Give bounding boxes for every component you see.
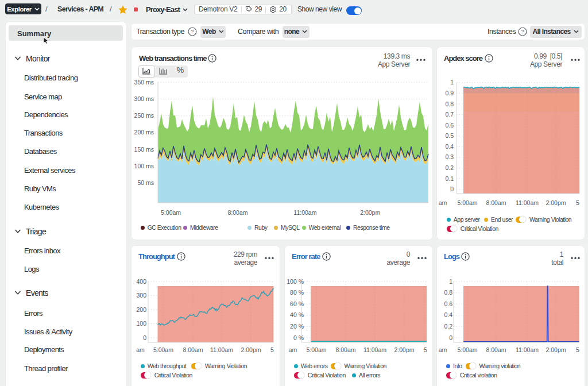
svg-text:11:00am: 11:00am xyxy=(516,346,539,353)
svg-text:0.3: 0.3 xyxy=(445,153,454,160)
svg-text:0.2: 0.2 xyxy=(444,323,452,330)
svg-text:2:00pm: 2:00pm xyxy=(394,346,414,353)
svg-text:11:00am: 11:00am xyxy=(363,346,386,353)
svg-text:0.9: 0.9 xyxy=(445,90,454,96)
svg-text:80 %: 80 % xyxy=(290,289,304,296)
svg-text:40 %: 40 % xyxy=(290,311,304,318)
svg-text:am: am xyxy=(439,346,447,353)
svg-text:11:00am: 11:00am xyxy=(293,209,316,216)
svg-text:2:00pm: 2:00pm xyxy=(360,209,380,216)
svg-text:am: am xyxy=(439,199,447,206)
svg-text:20 %: 20 % xyxy=(290,323,304,330)
svg-text:350 ms: 350 ms xyxy=(134,79,154,86)
svg-text:250 ms: 250 ms xyxy=(134,112,154,119)
svg-text:5:00am: 5:00am xyxy=(306,346,326,353)
svg-text:?: ? xyxy=(521,28,524,34)
svg-text:150 ms: 150 ms xyxy=(134,146,154,153)
svg-text:5: 5 xyxy=(576,199,579,206)
svg-text:60 %: 60 % xyxy=(290,300,304,307)
svg-text:400: 400 xyxy=(136,278,146,285)
svg-text:5: 5 xyxy=(576,346,579,353)
svg-text:300: 300 xyxy=(136,292,146,299)
svg-text:11:00am: 11:00am xyxy=(210,346,233,353)
svg-text:8:00am: 8:00am xyxy=(183,346,203,353)
svg-text:am: am xyxy=(289,346,297,353)
svg-text:5: 5 xyxy=(270,346,274,353)
svg-text:0.4: 0.4 xyxy=(444,311,452,318)
svg-text:200: 200 xyxy=(136,306,146,313)
svg-text:200 ms: 200 ms xyxy=(134,129,154,136)
svg-text:?: ? xyxy=(191,28,194,34)
svg-text:0.6: 0.6 xyxy=(444,300,452,307)
svg-text:0.1: 0.1 xyxy=(445,175,454,182)
svg-text:2:00pm: 2:00pm xyxy=(546,346,566,353)
svg-text:300 ms: 300 ms xyxy=(134,95,154,102)
svg-text:1: 1 xyxy=(449,278,452,285)
svg-text:11:00am: 11:00am xyxy=(516,199,539,206)
svg-text:0.5: 0.5 xyxy=(445,132,454,139)
svg-text:5:00am: 5:00am xyxy=(457,346,477,353)
svg-text:1: 1 xyxy=(450,79,454,86)
svg-text:100 ms: 100 ms xyxy=(134,163,154,169)
svg-text:0.8: 0.8 xyxy=(445,101,454,107)
svg-text:50 ms: 50 ms xyxy=(137,179,154,186)
svg-text:5:00am: 5:00am xyxy=(153,346,173,353)
svg-text:0.8: 0.8 xyxy=(444,289,452,296)
svg-text:8:00am: 8:00am xyxy=(486,199,506,206)
svg-text:0.6: 0.6 xyxy=(445,122,454,129)
svg-text:am: am xyxy=(136,346,145,353)
svg-text:5:00am: 5:00am xyxy=(161,209,181,216)
svg-text:0: 0 xyxy=(143,334,146,341)
svg-text:0.2: 0.2 xyxy=(445,164,454,171)
svg-text:0: 0 xyxy=(449,334,452,341)
svg-text:0: 0 xyxy=(450,186,454,192)
svg-text:8:00am: 8:00am xyxy=(486,346,506,353)
svg-text:0.7: 0.7 xyxy=(445,111,454,118)
svg-text:5: 5 xyxy=(424,346,427,353)
svg-text:5:00am: 5:00am xyxy=(457,199,477,206)
svg-text:100 %: 100 % xyxy=(287,278,304,285)
svg-text:0.4: 0.4 xyxy=(445,143,454,150)
svg-text:2:00pm: 2:00pm xyxy=(241,346,261,353)
svg-text:8:00am: 8:00am xyxy=(227,209,247,216)
svg-text:0 %: 0 % xyxy=(293,334,304,341)
svg-text:100: 100 xyxy=(136,320,146,327)
svg-text:8:00am: 8:00am xyxy=(335,346,355,353)
svg-text:2:00pm: 2:00pm xyxy=(546,199,566,206)
